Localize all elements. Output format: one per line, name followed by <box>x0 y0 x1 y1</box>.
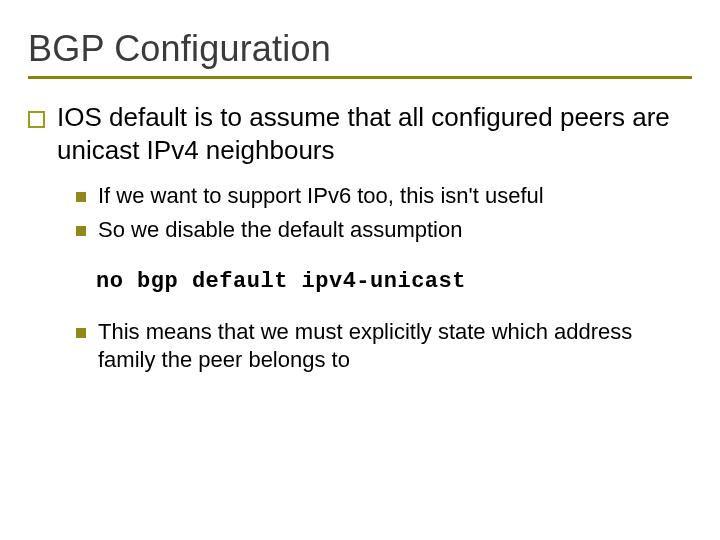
bullet-level2: If we want to support IPv6 too, this isn… <box>76 182 692 211</box>
slide: BGP Configuration IOS default is to assu… <box>0 0 720 540</box>
filled-square-icon <box>76 226 86 236</box>
filled-square-icon <box>76 192 86 202</box>
bullet-level2: So we disable the default assumption <box>76 216 692 245</box>
code-snippet: no bgp default ipv4-unicast <box>96 269 692 294</box>
sub-bullets-group-1: If we want to support IPv6 too, this isn… <box>64 182 692 245</box>
bullet-level2-text: So we disable the default assumption <box>98 216 462 245</box>
bullet-level1-text: IOS default is to assume that all config… <box>57 101 692 168</box>
bullet-level2: This means that we must explicitly state… <box>76 318 692 375</box>
hollow-square-icon <box>28 111 45 128</box>
bullet-level1: IOS default is to assume that all config… <box>28 101 692 168</box>
filled-square-icon <box>76 328 86 338</box>
slide-title: BGP Configuration <box>28 28 692 70</box>
sub-bullets-group-2: This means that we must explicitly state… <box>64 318 692 375</box>
bullet-level2-text: This means that we must explicitly state… <box>98 318 692 375</box>
title-underline <box>28 76 692 79</box>
bullet-level2-text: If we want to support IPv6 too, this isn… <box>98 182 544 211</box>
